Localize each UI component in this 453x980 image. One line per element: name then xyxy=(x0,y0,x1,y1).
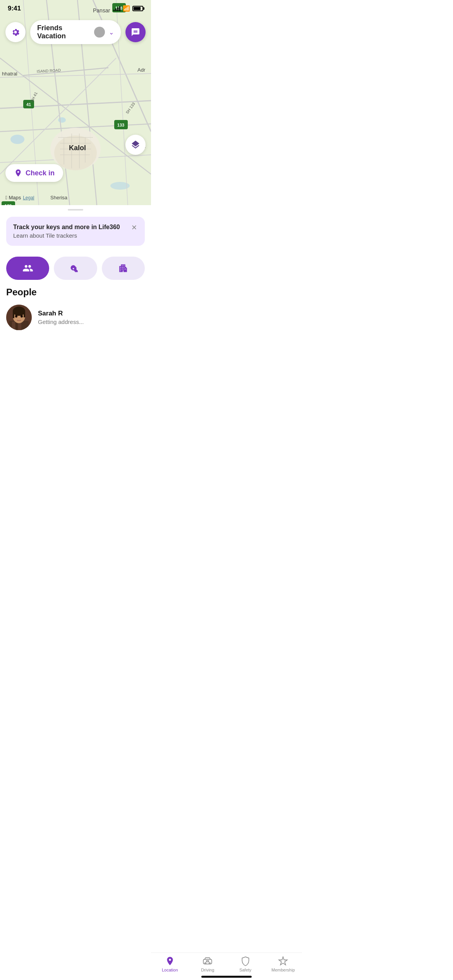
svg-point-17 xyxy=(54,135,97,170)
svg-point-50 xyxy=(13,307,25,316)
promo-subtitle: Learn about Tile trackers xyxy=(13,232,125,239)
status-icons: 📶 xyxy=(113,5,143,12)
action-row xyxy=(0,250,151,287)
settings-button[interactable] xyxy=(5,22,26,42)
bottom-sheet: Track your keys and more in Life360 Lear… xyxy=(0,209,151,375)
svg-text:Kalol: Kalol xyxy=(69,144,86,152)
people-icon xyxy=(22,263,33,274)
svg-rect-46 xyxy=(16,322,17,330)
svg-text:Adr: Adr xyxy=(137,67,146,73)
group-avatar xyxy=(94,27,105,38)
maps-attribution:  Maps Legal xyxy=(5,195,34,200)
svg-rect-52 xyxy=(24,311,25,317)
people-title: People xyxy=(6,287,145,298)
svg-text:hhatral: hhatral xyxy=(2,71,17,77)
promo-banner: Track your keys and more in Life360 Lear… xyxy=(6,217,145,246)
svg-text:41: 41 xyxy=(26,102,31,107)
people-button[interactable] xyxy=(6,257,49,280)
svg-point-53 xyxy=(15,315,17,318)
map-view[interactable]: ISAND ROAD 41 133 138 138 SH 41 SH 133 P… xyxy=(0,0,151,205)
gear-icon xyxy=(11,27,20,37)
checkin-label: Check in xyxy=(26,169,55,177)
battery-icon xyxy=(132,6,143,11)
promo-title: Track your keys and more in Life360 xyxy=(13,224,125,231)
svg-rect-45 xyxy=(12,322,15,330)
group-selector[interactable]: Friends Vacation ⌄ xyxy=(30,20,121,44)
svg-text:138: 138 xyxy=(5,204,12,205)
key-icon xyxy=(70,263,81,273)
person-avatar xyxy=(6,305,32,330)
svg-rect-51 xyxy=(13,311,14,318)
layers-icon xyxy=(130,140,141,150)
signal-icon xyxy=(113,6,120,11)
checkin-button[interactable]: Check in xyxy=(5,164,63,182)
apple-maps-label:  Maps xyxy=(5,195,21,200)
status-time: 9:41 xyxy=(8,5,21,12)
map-top-bar: Friends Vacation ⌄ xyxy=(0,17,151,47)
svg-text:Sherisa: Sherisa xyxy=(50,195,68,200)
avatar-image xyxy=(6,305,32,330)
location-pin-icon xyxy=(14,169,22,177)
chevron-down-icon: ⌄ xyxy=(109,29,114,36)
chat-icon xyxy=(131,27,140,37)
person-status: Getting address... xyxy=(38,319,145,325)
chat-button[interactable] xyxy=(125,22,146,42)
svg-text:133: 133 xyxy=(117,123,124,127)
layers-button[interactable] xyxy=(125,135,146,155)
svg-point-54 xyxy=(21,315,23,318)
building-icon xyxy=(118,263,128,273)
status-bar: 9:41 📶 xyxy=(0,0,151,17)
key-button[interactable] xyxy=(54,257,97,280)
sheet-handle xyxy=(68,209,83,211)
promo-close-button[interactable]: ✕ xyxy=(129,222,139,233)
person-name: Sarah R xyxy=(38,310,145,317)
people-section: People xyxy=(0,287,151,330)
building-button[interactable] xyxy=(102,257,145,280)
group-name: Friends Vacation xyxy=(37,24,90,40)
person-item[interactable]: Sarah R Getting address... xyxy=(6,305,145,330)
svg-point-2 xyxy=(58,117,66,123)
legal-link[interactable]: Legal xyxy=(23,195,34,200)
person-info: Sarah R Getting address... xyxy=(38,310,145,325)
svg-point-1 xyxy=(10,135,24,144)
wifi-icon: 📶 xyxy=(123,5,130,12)
